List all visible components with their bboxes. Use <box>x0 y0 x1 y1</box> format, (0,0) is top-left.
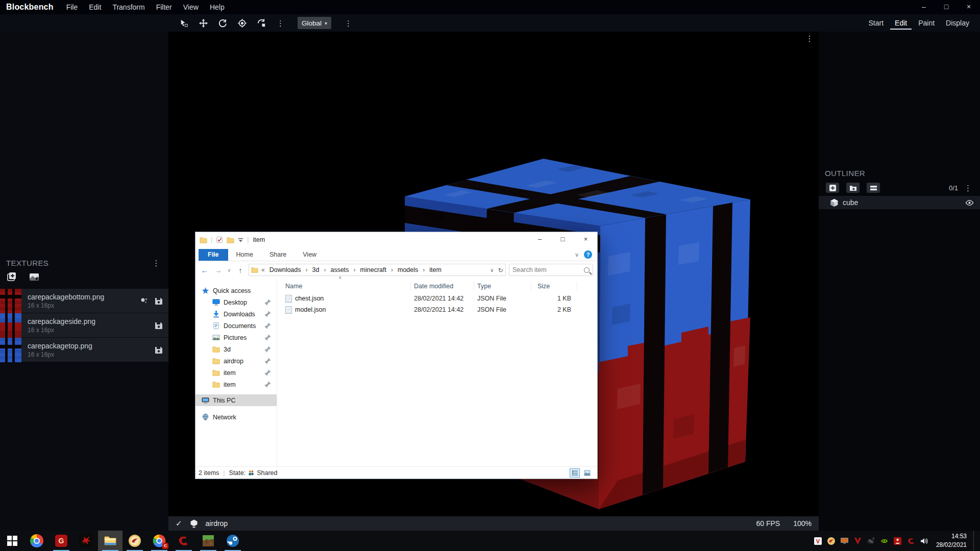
crumb-models[interactable]: models <box>396 266 420 273</box>
add-cube-button[interactable] <box>826 183 839 193</box>
crumb-3d[interactable]: 3d <box>311 266 321 273</box>
tray-garena-icon[interactable] <box>827 537 836 545</box>
tab-edit[interactable]: Edit <box>890 16 912 30</box>
nav-folder-airdrop[interactable]: airdrop <box>195 355 277 367</box>
column-header-modified[interactable]: Date modified <box>411 282 474 291</box>
explorer-minimize-icon[interactable]: – <box>528 232 551 247</box>
toolbar-overflow-icon[interactable]: ⋮ <box>275 19 286 27</box>
expand-ribbon-icon[interactable]: ∨ <box>575 252 579 258</box>
menu-transform[interactable]: Transform <box>107 0 150 14</box>
ribbon-tab-file[interactable]: File <box>199 249 228 261</box>
nav-network[interactable]: Network <box>195 411 277 423</box>
save-texture-icon[interactable] <box>154 321 163 330</box>
column-header-size[interactable]: Size <box>531 282 577 291</box>
recent-locations-icon[interactable]: ∨ <box>226 267 232 273</box>
textures-menu-icon[interactable]: ⋮ <box>151 259 162 267</box>
taskbar-file-explorer[interactable] <box>98 531 122 551</box>
back-arrow-icon[interactable]: ← <box>200 266 210 274</box>
menu-file[interactable]: File <box>61 0 84 14</box>
taskbar-curse-app[interactable] <box>172 531 196 551</box>
viewport-menu-icon[interactable]: ⋮ <box>805 34 814 43</box>
nav-documents[interactable]: Documents <box>195 320 277 332</box>
customize-qat-icon[interactable] <box>238 237 243 243</box>
volume-icon[interactable] <box>920 537 928 545</box>
close-icon[interactable]: × <box>958 0 980 14</box>
rotate-tool-icon[interactable] <box>216 17 229 29</box>
file-explorer-window[interactable]: | | item – □ × File Home Share View ∨ ? <box>195 232 597 479</box>
crumb-minecraft[interactable]: minecraft <box>359 266 388 273</box>
minimize-icon[interactable]: – <box>913 0 935 14</box>
nav-desktop[interactable]: Desktop <box>195 296 277 308</box>
column-header-type[interactable]: Type <box>474 282 531 291</box>
tray-red-app-icon[interactable] <box>893 537 902 545</box>
new-folder-icon[interactable] <box>227 236 234 244</box>
properties-check-icon[interactable] <box>216 236 223 243</box>
taskbar-minecraft[interactable] <box>196 531 220 551</box>
nav-downloads[interactable]: Downloads <box>195 308 277 320</box>
show-desktop-button[interactable] <box>973 531 976 551</box>
taskbar-chrome-profile[interactable]: C <box>147 531 172 551</box>
crumb-overflow[interactable]: « <box>260 266 266 273</box>
crumb-downloads[interactable]: Downloads <box>268 266 303 273</box>
help-icon[interactable]: ? <box>584 251 592 259</box>
menu-view[interactable]: View <box>178 0 204 14</box>
taskbar-clock[interactable]: 14:53 28/02/2021 <box>936 532 967 550</box>
details-view-button[interactable] <box>570 468 580 478</box>
texture-item[interactable]: carepackagetop.png 16 x 16px <box>0 338 168 362</box>
menu-help[interactable]: Help <box>204 0 230 14</box>
taskbar-garena[interactable]: G <box>49 531 74 551</box>
ribbon-tab-view[interactable]: View <box>295 249 325 261</box>
tray-curse-icon[interactable] <box>906 537 915 545</box>
column-header-name[interactable]: Name <box>277 282 411 291</box>
tray-satellite-icon[interactable] <box>867 537 875 545</box>
search-input[interactable] <box>512 266 584 273</box>
toolbar-menu-icon[interactable]: ⋮ <box>342 19 354 27</box>
file-row-model[interactable]: model.json 28/02/2021 14:42 JSON File 2 … <box>277 304 597 315</box>
start-button[interactable] <box>0 531 24 551</box>
nav-quick-access[interactable]: Quick access <box>195 285 277 296</box>
rotate-space-tool-icon[interactable] <box>255 17 267 29</box>
breadcrumb[interactable]: « Downloads › 3d › assets › minecraft › … <box>249 264 506 276</box>
texture-item[interactable]: carepackageside.png 16 x 16px <box>0 313 168 338</box>
forward-arrow-icon[interactable]: → <box>213 266 223 274</box>
toggle-list-icon[interactable] <box>867 183 880 193</box>
tray-display-app-icon[interactable] <box>840 537 849 545</box>
taskbar-free-fire[interactable] <box>122 531 147 551</box>
nav-pictures[interactable]: Pictures <box>195 332 277 343</box>
pivot-tool-icon[interactable] <box>236 17 248 29</box>
search-box[interactable] <box>509 264 593 276</box>
project-name[interactable]: airdrop <box>206 519 228 528</box>
move-tool-icon[interactable] <box>197 17 209 29</box>
add-group-button[interactable] <box>846 183 860 193</box>
taskbar-chrome[interactable] <box>24 531 49 551</box>
tray-red-shield-icon[interactable] <box>853 537 862 545</box>
address-dropdown-icon[interactable]: ∨ <box>490 267 494 273</box>
file-row-chest[interactable]: chest.json 28/02/2021 14:42 JSON File 1 … <box>277 293 597 304</box>
tab-start[interactable]: Start <box>864 16 888 30</box>
menu-filter[interactable]: Filter <box>151 0 178 14</box>
tray-nvidia-icon[interactable] <box>880 537 889 545</box>
up-arrow-icon[interactable]: ↑ <box>235 266 246 274</box>
nav-this-pc[interactable]: This PC <box>195 394 277 406</box>
thumbnail-view-button[interactable] <box>582 468 592 478</box>
save-texture-icon[interactable] <box>154 296 163 306</box>
menu-edit[interactable]: Edit <box>83 0 107 14</box>
import-texture-button[interactable] <box>29 271 40 285</box>
maximize-icon[interactable]: □ <box>935 0 958 14</box>
explorer-close-icon[interactable]: × <box>574 232 597 247</box>
create-texture-button[interactable] <box>6 271 17 285</box>
tab-paint[interactable]: Paint <box>914 16 939 30</box>
nav-folder-item[interactable]: item <box>195 379 277 390</box>
refresh-icon[interactable]: ↻ <box>498 266 503 274</box>
vertex-snap-tool-icon[interactable] <box>178 17 190 29</box>
visibility-eye-icon[interactable] <box>965 198 974 207</box>
tab-display[interactable]: Display <box>941 16 974 30</box>
ribbon-tab-share[interactable]: Share <box>261 249 295 261</box>
taskbar-steam[interactable] <box>220 531 245 551</box>
explorer-titlebar[interactable]: | | item – □ × <box>195 232 597 247</box>
nav-folder-item[interactable]: item <box>195 367 277 379</box>
ribbon-tab-home[interactable]: Home <box>228 249 261 261</box>
taskbar-eagle-game[interactable] <box>74 531 98 551</box>
outliner-node-cube[interactable]: cube <box>819 196 980 209</box>
save-texture-icon[interactable] <box>154 345 163 355</box>
